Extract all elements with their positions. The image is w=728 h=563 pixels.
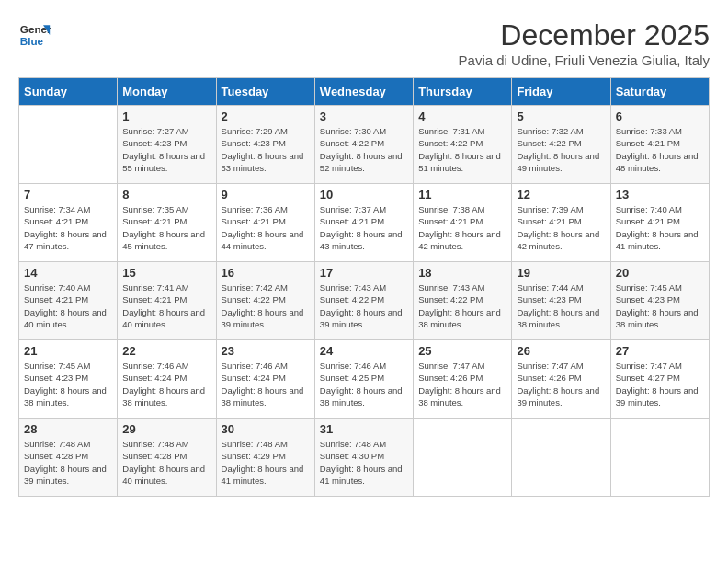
week-row-5: 28Sunrise: 7:48 AMSunset: 4:28 PMDayligh…: [19, 419, 710, 497]
date-number: 31: [320, 422, 408, 436]
svg-text:Blue: Blue: [20, 35, 44, 47]
date-number: 15: [122, 266, 210, 280]
calendar-cell: 16Sunrise: 7:42 AMSunset: 4:22 PMDayligh…: [216, 262, 314, 340]
calendar-cell: [610, 419, 709, 497]
logo-icon: General Blue: [18, 18, 51, 52]
calendar-cell: 27Sunrise: 7:47 AMSunset: 4:27 PMDayligh…: [610, 340, 709, 419]
date-number: 12: [517, 188, 605, 201]
date-number: 10: [320, 188, 408, 201]
calendar-cell: [414, 419, 512, 497]
calendar-cell: 22Sunrise: 7:46 AMSunset: 4:24 PMDayligh…: [118, 340, 216, 419]
calendar-cell: 2Sunrise: 7:29 AMSunset: 4:23 PMDaylight…: [216, 106, 314, 184]
cell-info: Sunrise: 7:43 AMSunset: 4:22 PMDaylight:…: [418, 282, 506, 330]
cell-info: Sunrise: 7:37 AMSunset: 4:21 PMDaylight:…: [320, 203, 408, 252]
cell-info: Sunrise: 7:47 AMSunset: 4:26 PMDaylight:…: [517, 360, 605, 408]
calendar-cell: 4Sunrise: 7:31 AMSunset: 4:22 PMDaylight…: [414, 106, 512, 184]
calendar-cell: 26Sunrise: 7:47 AMSunset: 4:26 PMDayligh…: [512, 340, 610, 419]
calendar-cell: 24Sunrise: 7:46 AMSunset: 4:25 PMDayligh…: [314, 340, 413, 419]
main-title: December 2025: [459, 18, 710, 52]
date-number: 29: [122, 422, 210, 436]
date-number: 5: [517, 109, 605, 123]
day-header-monday: Monday: [118, 78, 216, 106]
calendar-cell: 29Sunrise: 7:48 AMSunset: 4:28 PMDayligh…: [118, 419, 216, 497]
date-number: 16: [222, 266, 310, 280]
cell-info: Sunrise: 7:48 AMSunset: 4:28 PMDaylight:…: [122, 438, 210, 487]
header: General Blue December 2025 Pavia di Udin…: [18, 18, 710, 68]
calendar-cell: 19Sunrise: 7:44 AMSunset: 4:23 PMDayligh…: [512, 262, 610, 340]
date-number: 23: [222, 344, 310, 358]
cell-info: Sunrise: 7:36 AMSunset: 4:21 PMDaylight:…: [222, 203, 310, 252]
cell-info: Sunrise: 7:34 AMSunset: 4:21 PMDaylight:…: [24, 203, 112, 252]
subtitle: Pavia di Udine, Friuli Venezia Giulia, I…: [459, 52, 710, 68]
cell-info: Sunrise: 7:47 AMSunset: 4:27 PMDaylight:…: [616, 360, 704, 408]
date-number: 2: [222, 109, 310, 123]
cell-info: Sunrise: 7:48 AMSunset: 4:28 PMDaylight:…: [24, 438, 112, 487]
date-number: 3: [320, 109, 408, 123]
day-header-tuesday: Tuesday: [216, 78, 314, 106]
date-number: 19: [517, 266, 605, 280]
cell-info: Sunrise: 7:38 AMSunset: 4:21 PMDaylight:…: [418, 203, 506, 252]
cell-info: Sunrise: 7:27 AMSunset: 4:23 PMDaylight:…: [122, 125, 210, 174]
cell-info: Sunrise: 7:35 AMSunset: 4:21 PMDaylight:…: [122, 203, 210, 252]
cell-info: Sunrise: 7:48 AMSunset: 4:29 PMDaylight:…: [222, 438, 310, 487]
logo: General Blue: [18, 18, 51, 52]
cell-info: Sunrise: 7:45 AMSunset: 4:23 PMDaylight:…: [616, 282, 704, 330]
cell-info: Sunrise: 7:48 AMSunset: 4:30 PMDaylight:…: [320, 438, 408, 487]
week-row-3: 14Sunrise: 7:40 AMSunset: 4:21 PMDayligh…: [19, 262, 710, 340]
date-number: 25: [418, 344, 506, 358]
cell-info: Sunrise: 7:46 AMSunset: 4:24 PMDaylight:…: [122, 360, 210, 408]
date-number: 30: [222, 422, 310, 436]
cell-info: Sunrise: 7:32 AMSunset: 4:22 PMDaylight:…: [517, 125, 605, 174]
cell-info: Sunrise: 7:43 AMSunset: 4:22 PMDaylight:…: [320, 282, 408, 330]
date-number: 6: [616, 109, 704, 123]
calendar-cell: 5Sunrise: 7:32 AMSunset: 4:22 PMDaylight…: [512, 106, 610, 184]
calendar-cell: 12Sunrise: 7:39 AMSunset: 4:21 PMDayligh…: [512, 184, 610, 262]
calendar-cell: 6Sunrise: 7:33 AMSunset: 4:21 PMDaylight…: [610, 106, 709, 184]
cell-info: Sunrise: 7:41 AMSunset: 4:21 PMDaylight:…: [122, 282, 210, 330]
calendar-cell: 9Sunrise: 7:36 AMSunset: 4:21 PMDaylight…: [216, 184, 314, 262]
calendar-table: SundayMondayTuesdayWednesdayThursdayFrid…: [18, 77, 710, 497]
calendar-cell: 10Sunrise: 7:37 AMSunset: 4:21 PMDayligh…: [314, 184, 413, 262]
calendar-cell: 14Sunrise: 7:40 AMSunset: 4:21 PMDayligh…: [19, 262, 118, 340]
date-number: 14: [24, 266, 112, 280]
cell-info: Sunrise: 7:42 AMSunset: 4:22 PMDaylight:…: [222, 282, 310, 330]
date-number: 8: [122, 188, 210, 201]
week-row-1: 1Sunrise: 7:27 AMSunset: 4:23 PMDaylight…: [19, 106, 710, 184]
calendar-cell: 13Sunrise: 7:40 AMSunset: 4:21 PMDayligh…: [610, 184, 709, 262]
day-header-thursday: Thursday: [414, 78, 512, 106]
date-number: 17: [320, 266, 408, 280]
day-header-saturday: Saturday: [610, 78, 709, 106]
date-number: 7: [24, 188, 112, 201]
date-number: 1: [122, 109, 210, 123]
calendar-cell: 7Sunrise: 7:34 AMSunset: 4:21 PMDaylight…: [19, 184, 118, 262]
date-number: 13: [616, 188, 704, 201]
cell-info: Sunrise: 7:33 AMSunset: 4:21 PMDaylight:…: [616, 125, 704, 174]
calendar-cell: 20Sunrise: 7:45 AMSunset: 4:23 PMDayligh…: [610, 262, 709, 340]
calendar-cell: 8Sunrise: 7:35 AMSunset: 4:21 PMDaylight…: [118, 184, 216, 262]
cell-info: Sunrise: 7:30 AMSunset: 4:22 PMDaylight:…: [320, 125, 408, 174]
date-number: 21: [24, 344, 112, 358]
day-header-friday: Friday: [512, 78, 610, 106]
date-number: 24: [320, 344, 408, 358]
calendar-cell: 21Sunrise: 7:45 AMSunset: 4:23 PMDayligh…: [19, 340, 118, 419]
cell-info: Sunrise: 7:31 AMSunset: 4:22 PMDaylight:…: [418, 125, 506, 174]
calendar-cell: [512, 419, 610, 497]
week-row-2: 7Sunrise: 7:34 AMSunset: 4:21 PMDaylight…: [19, 184, 710, 262]
cell-info: Sunrise: 7:46 AMSunset: 4:24 PMDaylight:…: [222, 360, 310, 408]
date-number: 26: [517, 344, 605, 358]
cell-info: Sunrise: 7:39 AMSunset: 4:21 PMDaylight:…: [517, 203, 605, 252]
cell-info: Sunrise: 7:40 AMSunset: 4:21 PMDaylight:…: [24, 282, 112, 330]
date-number: 18: [418, 266, 506, 280]
date-number: 11: [418, 188, 506, 201]
calendar-cell: 18Sunrise: 7:43 AMSunset: 4:22 PMDayligh…: [414, 262, 512, 340]
header-row: SundayMondayTuesdayWednesdayThursdayFrid…: [19, 78, 710, 106]
date-number: 27: [616, 344, 704, 358]
calendar-cell: 28Sunrise: 7:48 AMSunset: 4:28 PMDayligh…: [19, 419, 118, 497]
calendar-cell: 3Sunrise: 7:30 AMSunset: 4:22 PMDaylight…: [314, 106, 413, 184]
date-number: 4: [418, 109, 506, 123]
date-number: 22: [122, 344, 210, 358]
date-number: 20: [616, 266, 704, 280]
calendar-cell: 31Sunrise: 7:48 AMSunset: 4:30 PMDayligh…: [314, 419, 413, 497]
calendar-cell: 23Sunrise: 7:46 AMSunset: 4:24 PMDayligh…: [216, 340, 314, 419]
calendar-cell: 1Sunrise: 7:27 AMSunset: 4:23 PMDaylight…: [118, 106, 216, 184]
